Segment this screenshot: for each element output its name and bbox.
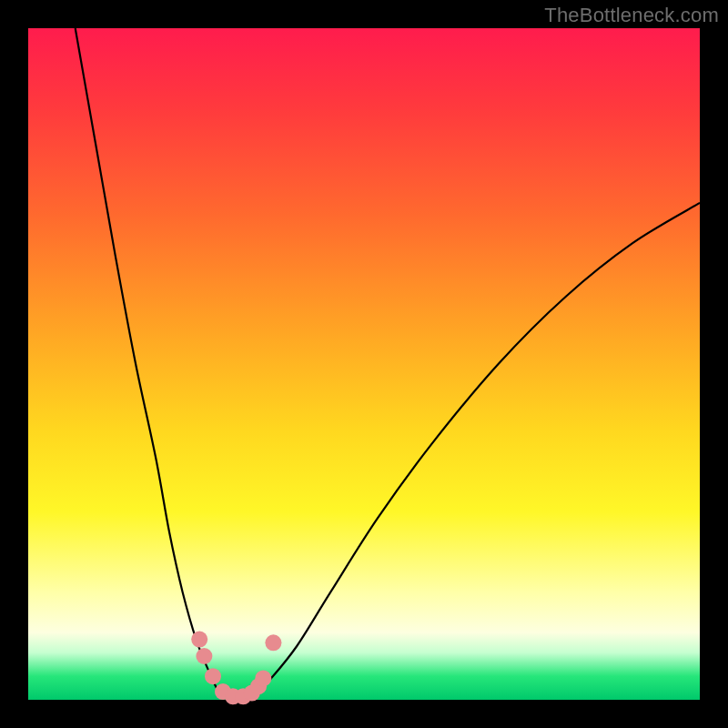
bottleneck-curve [76, 28, 700, 701]
marker-group [191, 632, 281, 705]
chart-frame: TheBottleneck.com [0, 0, 728, 728]
marker-dot [196, 648, 212, 664]
marker-dot [265, 634, 281, 651]
marker-dot [191, 632, 207, 648]
marker-dot [205, 668, 221, 684]
watermark-text: TheBottleneck.com [544, 4, 719, 27]
plot-area [28, 28, 700, 700]
curve-layer [28, 28, 700, 700]
marker-dot [255, 670, 271, 686]
